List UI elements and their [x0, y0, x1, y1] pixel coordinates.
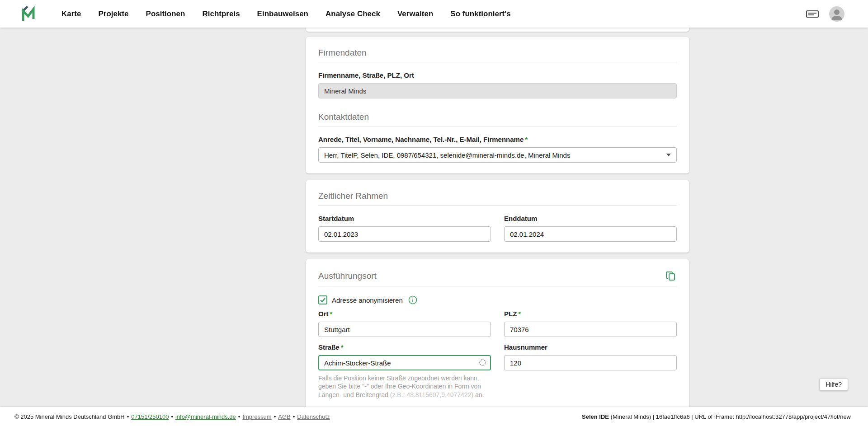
ort-input[interactable] [318, 322, 491, 337]
help-button[interactable]: Hilfe? [819, 378, 848, 391]
plz-label: PLZ* [504, 310, 677, 318]
nav-item-analyse-check[interactable]: Analyse Check [326, 9, 380, 19]
plz-label-text: PLZ [504, 310, 517, 318]
card-zeitlicher-rahmen: Zeitlicher Rahmen Startdatum Enddatum [306, 180, 689, 253]
nav-right [806, 6, 844, 22]
strasse-field: Straße* Falls die Position keiner Straße… [318, 337, 491, 399]
agb-link[interactable]: AGB [278, 413, 290, 420]
nav-item-so-funktionierts[interactable]: So funktioniert's [450, 9, 510, 19]
kontakt-select-value: Herr, TitelP, Selen, IDE, 0987/654321, s… [324, 151, 570, 159]
strasse-hint-example: (z.B.: 48.8115607,9.4077422) [390, 391, 473, 398]
top-nav: Karte Projekte Positionen Richtpreis Ein… [0, 0, 868, 28]
firmendaten-title: Firmendaten [318, 48, 677, 58]
nav-links: Karte Projekte Positionen Richtpreis Ein… [61, 9, 511, 19]
nav-item-verwalten[interactable]: Verwalten [397, 9, 433, 19]
person-icon [829, 6, 844, 22]
card-firmendaten: Firmendaten Firmenname, Straße, PLZ, Ort… [306, 37, 689, 173]
ausfuehrungsort-title: Ausführungsort [318, 271, 377, 281]
kontakt-field-label: Anrede, Titel, Vorname, Nachname, Tel.-N… [318, 136, 677, 143]
separator: • [238, 413, 241, 420]
separator: • [274, 413, 276, 420]
previous-card-partial [306, 28, 689, 32]
required-asterisk: * [518, 310, 521, 318]
enddatum-field: Enddatum [504, 206, 677, 242]
strasse-hint: Falls die Position keiner Straße zugeord… [318, 374, 491, 399]
kontakt-field-label-text: Anrede, Titel, Vorname, Nachname, Tel.-N… [318, 136, 524, 143]
copy-icon[interactable] [665, 270, 677, 282]
ort-label-text: Ort [318, 310, 329, 318]
email-link[interactable]: info@mineral-minds.de [175, 413, 236, 420]
nav-item-projekte[interactable]: Projekte [98, 9, 128, 19]
enddatum-label: Enddatum [504, 215, 677, 222]
divider [318, 62, 677, 62]
footer-left: © 2025 Mineral Minds Deutschland GmbH • … [14, 413, 330, 420]
kontakt-select[interactable]: Herr, TitelP, Selen, IDE, 0987/654321, s… [318, 147, 677, 163]
hausnummer-label: Hausnummer [504, 343, 677, 351]
loading-spinner-icon [479, 359, 486, 366]
kontaktdaten-title: Kontaktdaten [318, 112, 677, 122]
ort-field: Ort* [318, 303, 491, 337]
enddatum-input[interactable] [504, 226, 677, 242]
ide-details: (Mineral Minds) | 16fae1ffc6a6 | URL of … [609, 413, 851, 420]
separator: • [127, 413, 129, 420]
mineral-minds-logo-icon[interactable] [20, 4, 40, 24]
hausnummer-input[interactable] [504, 355, 677, 370]
check-icon [320, 297, 326, 303]
strasse-label: Straße* [318, 343, 491, 351]
plz-field: PLZ* [504, 303, 677, 337]
hausnummer-field: Hausnummer [504, 337, 677, 370]
separator: • [293, 413, 295, 420]
form-column: Firmendaten Firmenname, Straße, PLZ, Ort… [306, 28, 689, 426]
company-field-label: Firmenname, Straße, PLZ, Ort [318, 71, 677, 79]
required-asterisk: * [525, 136, 528, 143]
zeitraum-title: Zeitlicher Rahmen [318, 191, 677, 201]
startdatum-label: Startdatum [318, 215, 491, 222]
user-avatar[interactable] [829, 6, 844, 22]
nav-item-einbauweisen[interactable]: Einbauweisen [257, 9, 308, 19]
ort-label: Ort* [318, 310, 491, 318]
nav-item-positionen[interactable]: Positionen [146, 9, 185, 19]
strasse-label-text: Straße [318, 343, 340, 351]
server-icon[interactable] [806, 9, 819, 19]
main-content: Firmendaten Firmenname, Straße, PLZ, Ort… [0, 28, 868, 407]
strasse-hint-end: an. [473, 391, 484, 398]
phone-link[interactable]: 07151/250100 [131, 413, 169, 420]
chevron-down-icon [666, 154, 671, 156]
impressum-link[interactable]: Impressum [242, 413, 271, 420]
startdatum-input[interactable] [318, 226, 491, 242]
divider [318, 126, 677, 126]
ide-name: Selen IDE [582, 413, 609, 420]
separator: • [171, 413, 173, 420]
copyright-text: © 2025 Mineral Minds Deutschland GmbH [14, 413, 125, 420]
datenschutz-link[interactable]: Datenschutz [297, 413, 330, 420]
nav-item-karte[interactable]: Karte [61, 9, 81, 19]
firmenname-input [318, 83, 677, 98]
strasse-input[interactable] [318, 355, 491, 370]
required-asterisk: * [330, 310, 333, 318]
required-asterisk: * [341, 343, 344, 351]
startdatum-field: Startdatum [318, 206, 491, 242]
footer-status: Selen IDE (Mineral Minds) | 16fae1ffc6a6… [582, 413, 851, 420]
divider [318, 286, 677, 286]
footer: © 2025 Mineral Minds Deutschland GmbH • … [0, 407, 868, 426]
nav-item-richtpreis[interactable]: Richtpreis [202, 9, 240, 19]
card-ausfuehrungsort: Ausführungsort Adresse anonymisieren [306, 259, 689, 410]
plz-input[interactable] [504, 322, 677, 337]
